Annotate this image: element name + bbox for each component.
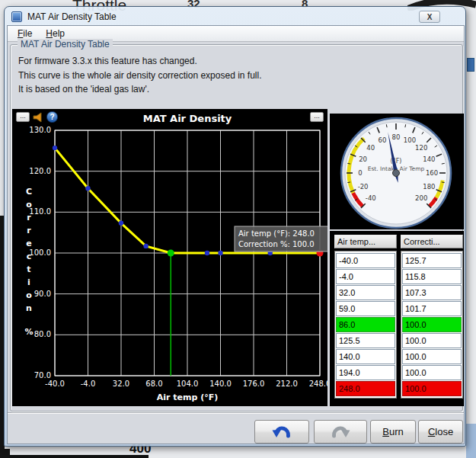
svg-text:120: 120	[415, 144, 427, 152]
curve-point[interactable]	[53, 146, 57, 150]
table-cell[interactable]: 32.0	[336, 285, 395, 300]
svg-text:o: o	[26, 200, 32, 210]
curve-point[interactable]	[85, 186, 90, 191]
svg-text:Air temp (°F): 248.0: Air temp (°F): 248.0	[238, 229, 315, 238]
background-panel-edge	[0, 449, 10, 458]
close-button[interactable]: Close	[418, 420, 463, 444]
curve-point-selected[interactable]	[168, 250, 174, 257]
svg-text:r: r	[27, 226, 31, 235]
svg-text:104.0: 104.0	[177, 380, 199, 388]
table-cell[interactable]: 101.7	[402, 301, 462, 316]
table-cell[interactable]: 194.0	[336, 365, 395, 380]
chart-title: MAT Air Density	[143, 113, 232, 124]
svg-text:200: 200	[415, 194, 427, 202]
info-line-1: For firmware 3.3.x this feature has chan…	[18, 56, 197, 66]
svg-text:140: 140	[423, 155, 435, 163]
table-cell[interactable]: -4.0	[336, 269, 395, 284]
table-cell[interactable]: 100.0	[402, 333, 462, 348]
curve-point[interactable]	[205, 251, 209, 255]
table-column-list: -40.0-4.032.059.086.0125.5140.0194.0248.…	[334, 251, 397, 399]
curve-point[interactable]	[119, 221, 123, 226]
gauge-canvas: -40-20020406080100120140160180200(°F)Est…	[330, 114, 464, 229]
chart-tooltip: Air temp (°F): 248.0Correction %: 100.0	[235, 226, 327, 251]
redo-icon	[329, 423, 352, 441]
svg-text:110.0: 110.0	[29, 207, 51, 216]
table-cell[interactable]: 59.0	[336, 301, 395, 316]
curve-point[interactable]	[143, 244, 148, 248]
titlebar[interactable]: MAT Air Density Table X	[7, 7, 463, 25]
table-column: Air temp...-40.0-4.032.059.086.0125.5140…	[334, 235, 397, 399]
group-title: MAT Air Density Table	[18, 39, 113, 50]
svg-text:r: r	[27, 213, 31, 223]
svg-text:140.0: 140.0	[209, 380, 232, 388]
svg-text:c: c	[27, 251, 32, 261]
table-cell[interactable]: 100.0	[402, 317, 462, 332]
svg-text:248.0: 248.0	[309, 380, 327, 388]
table-cell[interactable]: 248.0	[336, 381, 395, 396]
svg-text:100: 100	[404, 136, 416, 144]
table-cell[interactable]: 115.8	[402, 269, 462, 284]
svg-text:212.0: 212.0	[276, 380, 298, 388]
table-column-list: 125.7115.8107.3101.7100.0100.0100.0100.0…	[401, 251, 463, 399]
svg-text:20: 20	[359, 155, 367, 163]
close-window-button[interactable]: X	[419, 11, 440, 23]
window-icon	[11, 11, 22, 22]
svg-text:100.0: 100.0	[29, 248, 51, 257]
table-cell[interactable]: 86.0	[336, 317, 395, 332]
svg-text:160: 160	[426, 169, 438, 177]
table-cell[interactable]: 100.0	[402, 349, 462, 364]
svg-text:-20: -20	[358, 183, 369, 191]
table-cell[interactable]: 107.3	[402, 285, 462, 300]
svg-text:32.0: 32.0	[113, 380, 129, 388]
table-column-header: Air temp...	[334, 235, 397, 248]
chart-options-button[interactable]: ...	[16, 112, 30, 122]
curve-point[interactable]	[218, 251, 222, 255]
window-title: MAT Air Density Table	[27, 11, 117, 22]
svg-text:Correction %: 100.0: Correction %: 100.0	[238, 240, 315, 248]
chart-grid: -40.0-4.032.068.0104.0140.0176.0212.0248…	[29, 126, 327, 388]
chart-settings-button[interactable]: ...	[310, 112, 324, 122]
table-cell[interactable]: 140.0	[336, 349, 395, 364]
svg-text:130.0: 130.0	[29, 126, 51, 134]
undo-button[interactable]	[254, 420, 309, 444]
redo-button[interactable]	[314, 420, 367, 444]
info-line-2: This curve is the whole air density corr…	[18, 70, 261, 81]
svg-text:t: t	[27, 264, 30, 274]
background-window-edge	[466, 424, 476, 458]
svg-text:90.0: 90.0	[34, 290, 51, 298]
help-icon[interactable]: ?	[46, 111, 58, 123]
table-cell[interactable]: 100.0	[402, 365, 462, 380]
table-cell[interactable]: 100.0	[402, 381, 462, 396]
speaker-icon[interactable]	[33, 112, 43, 123]
svg-text:-40.0: -40.0	[45, 380, 65, 388]
table-column: Correcti...125.7115.8107.3101.7100.0100.…	[401, 235, 463, 399]
chart-xlabel: Air temp (°F)	[157, 392, 219, 402]
svg-text:70.0: 70.0	[34, 371, 51, 380]
svg-text:80: 80	[392, 133, 401, 141]
svg-text:180: 180	[423, 183, 435, 191]
svg-text:n: n	[26, 303, 32, 313]
svg-text:o: o	[26, 290, 32, 300]
chart-canvas[interactable]: -40.0-4.032.068.0104.0140.0176.0212.0248…	[12, 109, 327, 406]
table-cell[interactable]: 125.5	[336, 333, 395, 348]
desktop: { "background": { "throttle_label": "Thr…	[0, 0, 476, 458]
svg-text:176.0: 176.0	[243, 380, 265, 388]
gauge-hub	[393, 170, 400, 177]
table-cell[interactable]: 125.7	[402, 253, 462, 268]
svg-text:120.0: 120.0	[29, 167, 51, 175]
table-cell[interactable]: -40.0	[336, 253, 395, 268]
svg-text:i: i	[27, 277, 30, 287]
background-window-edge	[467, 58, 474, 72]
info-line-3: It is based on the 'ideal gas law'.	[18, 84, 149, 94]
svg-text:%: %	[24, 327, 33, 337]
svg-text:-4.0: -4.0	[81, 380, 96, 388]
burn-button[interactable]: Burn	[370, 420, 416, 444]
intake-air-temp-gauge: -40-20020406080100120140160180200(°F)Est…	[330, 114, 464, 229]
curve-value-table: Air temp...-40.0-4.032.059.086.0125.5140…	[330, 231, 464, 406]
svg-text:e: e	[26, 239, 31, 248]
svg-text:0: 0	[358, 169, 362, 177]
svg-text:68.0: 68.0	[145, 380, 162, 388]
background-panel-edge	[0, 455, 149, 458]
mat-air-density-chart[interactable]: -40.0-4.032.068.0104.0140.0176.0212.0248…	[12, 109, 327, 406]
svg-text:-40: -40	[366, 194, 376, 202]
